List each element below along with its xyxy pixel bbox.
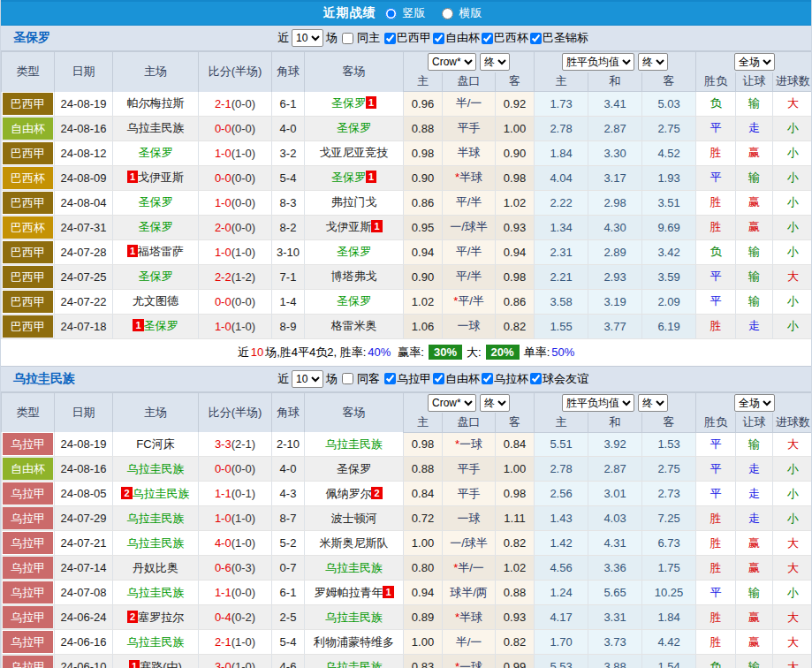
league-filter-checkbox[interactable] [384, 373, 396, 384]
odds-company-select[interactable]: Crow* [428, 394, 476, 412]
avg-away-cell: 2.73 [642, 482, 696, 506]
avg-state-select[interactable]: 终 [638, 394, 668, 412]
goals-result-cell: 小 [773, 140, 812, 165]
avg-type-select[interactable]: 胜平负均值 [562, 53, 634, 71]
league-filter-checkbox[interactable] [530, 33, 542, 44]
horizontal-layout-label[interactable]: 横版 [459, 5, 482, 21]
odds-away-cell: 1.00 [496, 116, 535, 140]
home-team: 帕尔梅拉斯 [127, 96, 185, 110]
odds-company-select[interactable]: Crow* [428, 53, 476, 71]
home-rank-badge: 1 [133, 319, 143, 331]
league-filter-checkbox[interactable] [530, 373, 542, 384]
col-handicap: 让球 [736, 72, 773, 92]
goals-result-cell: 大 [773, 264, 812, 289]
fulltime-score: 1-0 [215, 246, 231, 259]
avg-away-cell: 3.42 [642, 239, 696, 264]
league-filter-checkbox[interactable] [482, 373, 493, 384]
odds-home-cell: 0.96 [404, 92, 443, 117]
goals-result-cell: 小 [773, 482, 812, 506]
odds-home-cell: 1.02 [404, 289, 443, 314]
win-rate: 40% [368, 345, 391, 359]
fulltime-score: 2-0 [215, 221, 231, 234]
away-team: 格雷米奥 [331, 319, 377, 332]
vertical-layout-radio[interactable] [385, 8, 397, 19]
col-away: 客场 [305, 52, 404, 92]
score-cell: 1-0(0-0) [199, 190, 272, 215]
corner-cell: 8-9 [272, 314, 305, 338]
league-filter-label[interactable]: 乌拉甲 [397, 371, 431, 387]
odds-home-cell: 0.90 [404, 165, 443, 190]
league-filter-label[interactable]: 自由杯 [445, 30, 480, 46]
league-filter-label[interactable]: 巴西甲 [397, 30, 431, 46]
horizontal-layout-radio[interactable] [442, 8, 453, 19]
avg-home-cell: 1.70 [535, 630, 588, 655]
avg-home-cell: 5.53 [535, 655, 588, 668]
league-filter-label[interactable]: 乌拉杯 [494, 371, 528, 387]
league-cell: 自由杯 [2, 116, 55, 140]
home-team: 圣保罗 [139, 269, 173, 283]
league-filter-label[interactable]: 自由杯 [445, 371, 480, 387]
league-cell: 巴西甲 [2, 239, 55, 264]
league-badge: 巴西甲 [3, 266, 53, 288]
date-cell: 24-08-19 [55, 92, 113, 117]
avg-home-cell: 1.43 [535, 506, 588, 531]
league-filter-label[interactable]: 球会友谊 [543, 371, 588, 387]
league-badge: 巴西甲 [3, 241, 53, 263]
home-team: 乌拉圭民族 [127, 512, 185, 525]
avg-home-cell: 1.24 [535, 581, 588, 605]
vertical-layout-label[interactable]: 竖版 [403, 5, 426, 21]
league-filter-checkbox[interactable] [482, 33, 493, 44]
scope-select[interactable]: 全场 [734, 53, 775, 71]
league-filter-checkbox[interactable] [433, 33, 444, 44]
league-filter-label[interactable]: 巴圣锦标 [543, 30, 588, 46]
same-venue-checkbox[interactable] [342, 33, 353, 44]
league-badge: 自由杯 [3, 458, 53, 480]
handicap-result-cell: 赢 [736, 140, 773, 165]
odds-state-select[interactable]: 终 [480, 53, 510, 71]
avg-home-cell: 1.84 [535, 140, 588, 165]
near-label: 近 [277, 30, 289, 46]
same-venue-checkbox[interactable] [342, 373, 353, 384]
handicap-result-cell: 输 [736, 92, 773, 117]
col-goals: 进球数 [773, 72, 812, 92]
avg-draw-cell: 2.93 [588, 264, 642, 289]
goals-result-cell: 大 [773, 531, 812, 556]
avg-draw-cell: 4.30 [588, 215, 642, 239]
league-filter-checkbox[interactable] [433, 373, 444, 384]
home-rank-badge: 1 [127, 171, 138, 183]
avg-home-cell: 2.78 [535, 457, 588, 482]
corner-cell: 5-4 [272, 630, 305, 655]
match-row: 乌拉甲 24-07-29 乌拉圭民族 1-0(1-0) 8-7 波士顿河 0.7… [2, 506, 812, 531]
avg-draw-cell: 3.31 [588, 605, 642, 630]
avg-state-select[interactable]: 终 [638, 53, 668, 71]
avg-type-select[interactable]: 胜平负均值 [562, 394, 634, 412]
summary-row: 近10场,胜4平4负2, 胜率:40% 赢率:30% 大:20% 单率:50% [1, 339, 811, 367]
odds-home-cell: 0.94 [404, 239, 443, 264]
fulltime-score: 1-1 [215, 586, 231, 599]
page-title: 近期战绩 [323, 5, 376, 21]
match-count-select[interactable]: 10 [292, 29, 323, 47]
halftime-score: (0-1) [231, 487, 255, 500]
away-team-cell: 弗拉门戈 [305, 190, 404, 215]
home-team: 乌拉圭民族 [127, 536, 185, 550]
odds-home-cell: 0.80 [404, 556, 443, 581]
league-filter-label[interactable]: 巴西杯 [494, 30, 528, 46]
col-goals: 进球数 [773, 413, 812, 432]
match-row: 自由杯 24-08-16 乌拉圭民族 0-0(0-0) 4-0 圣保罗 0.88… [2, 116, 812, 140]
score-cell: 4-0(1-0) [199, 531, 272, 556]
league-filter-checkbox[interactable] [384, 33, 396, 44]
odds-state-select[interactable]: 终 [480, 394, 510, 412]
avg-draw-cell: 3.73 [588, 630, 642, 655]
halftime-score: (1-0) [231, 536, 255, 550]
away-rank-badge: 1 [366, 171, 376, 183]
results-table: 类型 日期 主场 比分(半场) 角球 客场 Crow*终 胜平负均值终 全场 主… [1, 51, 812, 339]
corner-cell: 6-1 [272, 581, 305, 605]
avg-away-cell: 10.25 [642, 581, 696, 605]
avg-draw-cell: 3.36 [588, 556, 642, 581]
col-odds-away: 客 [496, 72, 535, 92]
league-cell: 自由杯 [2, 457, 55, 482]
goals-result-cell: 小 [773, 314, 812, 338]
match-count-select[interactable]: 10 [292, 370, 323, 388]
scope-select[interactable]: 全场 [734, 394, 775, 412]
match-row: 巴西杯 24-07-31 圣保罗 2-0(0-0) 8-2 戈伊亚斯1 0.95… [2, 215, 812, 239]
